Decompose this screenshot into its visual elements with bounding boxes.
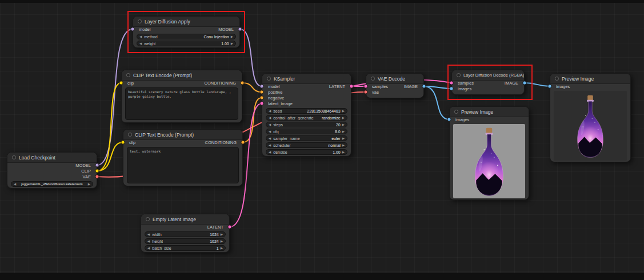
input-label-clip: clip: [129, 140, 135, 146]
widget-width[interactable]: ◀ width 1024 ▶: [145, 231, 226, 237]
arrow-left-icon[interactable]: ◀: [139, 41, 142, 46]
slot-row: LATENT: [141, 225, 229, 230]
arrow-left-icon[interactable]: ◀: [147, 245, 150, 251]
node-load-checkpoint[interactable]: Load Checkpoint MODEL CLIP VAE ◀ juggern…: [7, 152, 97, 189]
arrow-left-icon[interactable]: ◀: [269, 115, 271, 121]
output-label-model: MODEL: [218, 27, 234, 33]
arrow-right-icon[interactable]: ▶: [88, 181, 90, 187]
bottle-artwork: [469, 126, 509, 198]
title-bar-preview-image-left[interactable]: Preview Image: [450, 107, 529, 117]
arrow-right-icon[interactable]: ▶: [342, 108, 345, 114]
arrow-right-icon[interactable]: ▶: [342, 135, 345, 141]
widget-scheduler[interactable]: ◀ scheduler normal ▶: [266, 142, 347, 148]
widget-label: scheduler: [273, 143, 290, 147]
node-preview-image-left[interactable]: Preview Image images: [449, 106, 529, 200]
widget-method[interactable]: ◀ method Conv Injection ▶: [137, 34, 236, 39]
collapse-dot-icon[interactable]: [146, 217, 150, 221]
canvas-edge-bottom: [0, 273, 644, 280]
slot-row: clip CONDITIONING: [123, 140, 242, 146]
title-bar-clip-text-encode-negative[interactable]: CLIP Text Encode (Prompt): [123, 130, 242, 140]
collapse-dot-icon[interactable]: [457, 73, 461, 77]
slot-row: MODEL: [7, 163, 97, 169]
arrow-right-icon[interactable]: ▶: [221, 231, 223, 237]
node-ksampler[interactable]: KSampler model LATENT positive negative …: [262, 73, 351, 157]
title-bar-preview-image-right[interactable]: Preview Image: [550, 74, 630, 84]
widget-cfg[interactable]: ◀ cfg 8.0 ▶: [266, 129, 347, 134]
slot-row: VAE: [7, 174, 97, 180]
title-bar-ksampler[interactable]: KSampler: [262, 74, 351, 84]
prompt-textarea[interactable]: beautiful scenery nature glass bottle la…: [125, 87, 238, 120]
node-layer-diffusion-apply[interactable]: Layer Diffusion Apply model MODEL ◀ meth…: [133, 16, 240, 48]
output-label-clip: CLIP: [81, 169, 91, 174]
widget-height[interactable]: ◀ height 1024 ▶: [145, 238, 226, 244]
collapse-dot-icon[interactable]: [267, 77, 271, 81]
input-label-images: images: [458, 86, 471, 92]
widget-label: height: [152, 239, 163, 243]
collapse-dot-icon[interactable]: [12, 155, 16, 159]
arrow-right-icon[interactable]: ▶: [231, 34, 233, 39]
widget-sampler-name[interactable]: ◀ sampler_name euler ▶: [266, 135, 347, 141]
arrow-left-icon[interactable]: ◀: [269, 129, 271, 134]
widget-label: control_after_generate: [273, 116, 313, 120]
title-bar-empty-latent-image[interactable]: Empty Latent Image: [141, 214, 229, 225]
collapse-dot-icon[interactable]: [126, 73, 130, 77]
arrow-right-icon[interactable]: ▶: [342, 129, 345, 134]
input-label-images: images: [455, 117, 469, 123]
widget-ckpt-name[interactable]: ◀ juggernautXL_v8Rundiffusion.safetensor…: [11, 181, 93, 187]
title-bar-clip-text-encode-positive[interactable]: CLIP Text Encode (Prompt): [122, 70, 242, 81]
title-bar-layer-diffusion-decode[interactable]: Layer Diffusion Decode (RGBA): [452, 70, 524, 81]
collapse-dot-icon[interactable]: [128, 133, 132, 137]
input-label-latent-image: latent_image: [268, 101, 293, 107]
arrow-right-icon[interactable]: ▶: [231, 41, 233, 46]
arrow-left-icon[interactable]: ◀: [147, 238, 150, 244]
arrow-right-icon[interactable]: ▶: [342, 142, 345, 148]
prompt-textarea[interactable]: text, watermark: [127, 147, 239, 183]
node-empty-latent-image[interactable]: Empty Latent Image LATENT ◀ width 1024 ▶…: [141, 214, 230, 253]
widget-steps[interactable]: ◀ steps 20 ▶: [266, 122, 347, 127]
widget-control-after-generate[interactable]: ◀ control_after_generate randomize ▶: [266, 115, 347, 121]
node-title: CLIP Text Encode (Prompt): [135, 132, 194, 138]
widget-seed[interactable]: ◀ seed 228135088464483 ▶: [266, 108, 347, 114]
widget-denoise[interactable]: ◀ denoise 1.00 ▶: [266, 149, 347, 155]
slot-row: vae: [366, 90, 423, 95]
title-bar-vae-decode[interactable]: VAE Decode: [366, 74, 423, 84]
widget-label: batch_size: [152, 246, 171, 250]
arrow-left-icon[interactable]: ◀: [147, 231, 150, 237]
collapse-dot-icon[interactable]: [138, 19, 142, 23]
node-vae-decode[interactable]: VAE Decode samples IMAGE vae: [366, 73, 424, 98]
title-bar-layer-diffusion-apply[interactable]: Layer Diffusion Apply: [133, 17, 239, 27]
input-label-samples: samples: [372, 84, 388, 90]
slot-row: images: [452, 86, 524, 92]
title-bar-load-checkpoint[interactable]: Load Checkpoint: [7, 153, 97, 163]
output-label-image: IMAGE: [505, 81, 518, 86]
link-positive-cond-to-ksampler: [242, 83, 262, 92]
arrow-right-icon[interactable]: ▶: [221, 245, 223, 251]
collapse-dot-icon[interactable]: [555, 77, 559, 81]
node-preview-image-right[interactable]: Preview Image images: [550, 73, 631, 162]
collapse-dot-icon[interactable]: [454, 110, 458, 114]
output-label-conditioning: CONDITIONING: [205, 81, 236, 86]
arrow-left-icon[interactable]: ◀: [269, 135, 271, 141]
node-title: Layer Diffusion Apply: [145, 19, 190, 25]
output-label-model: MODEL: [75, 163, 91, 169]
arrow-right-icon[interactable]: ▶: [221, 238, 223, 244]
arrow-left-icon[interactable]: ◀: [139, 34, 142, 39]
widget-weight[interactable]: ◀ weight 1.00 ▶: [137, 41, 236, 46]
arrow-right-icon[interactable]: ▶: [342, 115, 345, 121]
collapse-dot-icon[interactable]: [371, 77, 375, 81]
node-layer-diffusion-decode[interactable]: Layer Diffusion Decode (RGBA) samples IM…: [451, 70, 525, 95]
node-clip-text-encode-positive[interactable]: CLIP Text Encode (Prompt) clip CONDITION…: [121, 70, 242, 123]
widget-value: 228135088464483: [307, 109, 340, 113]
node-clip-text-encode-negative[interactable]: CLIP Text Encode (Prompt) clip CONDITION…: [123, 129, 243, 186]
widget-batch-size[interactable]: ◀ batch_size 1 ▶: [145, 245, 226, 251]
arrow-right-icon[interactable]: ▶: [342, 149, 345, 155]
arrow-right-icon[interactable]: ▶: [342, 122, 345, 127]
slot-row: model LATENT: [262, 84, 351, 90]
arrow-left-icon[interactable]: ◀: [269, 149, 271, 155]
arrow-left-icon[interactable]: ◀: [269, 108, 271, 114]
input-label-vae: vae: [372, 90, 379, 95]
arrow-left-icon[interactable]: ◀: [269, 142, 271, 148]
node-title: Preview Image: [562, 76, 594, 82]
arrow-left-icon[interactable]: ◀: [269, 122, 271, 127]
link-checkpoint-clip-to-negative: [97, 142, 123, 171]
